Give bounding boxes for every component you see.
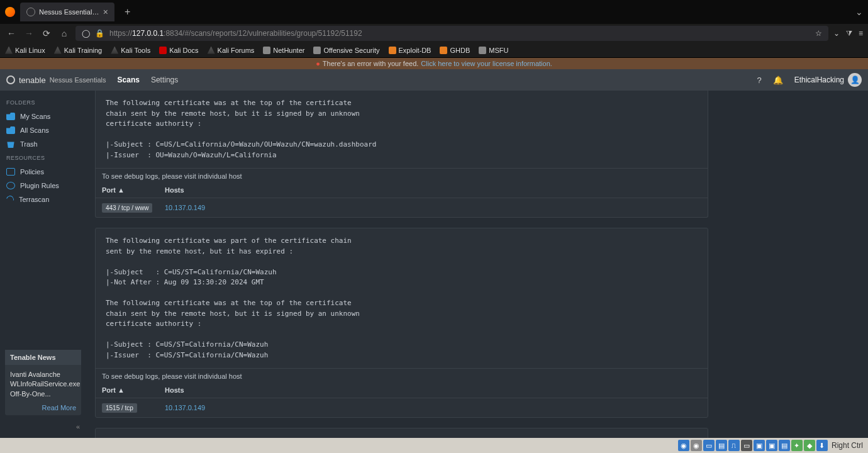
browser-tab[interactable]: Nessus Essentials / Folde × [20, 3, 114, 21]
app-topnav: tenable Nessus Essentials Scans Settings… [0, 69, 868, 91]
nav-scans[interactable]: Scans [118, 76, 140, 84]
vm-clipboard-icon[interactable]: ▤ [779, 440, 790, 451]
sidebar-item-my-scans[interactable]: My Scans [0, 109, 86, 123]
col-port[interactable]: Port ▲ [102, 186, 165, 194]
avatar-icon: 👤 [848, 73, 862, 87]
notifications-icon[interactable]: 🔔 [773, 76, 783, 85]
lock-icon: 🔒 [95, 29, 104, 38]
warning-icon: ● [316, 60, 320, 67]
nav-home-icon[interactable]: ⌂ [58, 28, 70, 38]
docs-icon [159, 47, 167, 54]
vm-down-icon[interactable]: ⬇ [816, 440, 828, 451]
pocket-icon[interactable]: ⌄ [833, 29, 840, 38]
extensions-icon[interactable]: ⧩ [846, 29, 852, 38]
main-content[interactable]: The following certificate was at the top… [86, 91, 868, 438]
url-input[interactable]: ◯ 🔒 https://127.0.0.1:8834/#/scans/repor… [75, 26, 828, 41]
bookmark-kali-tools[interactable]: Kali Tools [111, 47, 150, 54]
user-menu[interactable]: EthicalHacking 👤 [794, 73, 862, 87]
bookmark-star-icon[interactable]: ☆ [815, 29, 822, 38]
window-expand-icon[interactable]: ⌄ [855, 7, 863, 17]
shield-icon: ◯ [82, 29, 90, 38]
news-panel: Tenable News Ivanti Avalanche WLInfoRail… [5, 350, 81, 415]
kali-icon [111, 47, 118, 54]
feed-warning-text: There's an error with your feed. [323, 60, 419, 67]
bookmark-exploit-db[interactable]: Exploit-DB [389, 47, 431, 54]
bookmark-kali-docs[interactable]: Kali Docs [159, 47, 198, 54]
vm-shared-icon[interactable]: ▣ [754, 440, 765, 451]
feed-warning-link[interactable]: Click here to view your license informat… [421, 60, 552, 67]
sidebar-item-policies[interactable]: Policies [0, 165, 86, 179]
tab-title: Nessus Essentials / Folde [39, 8, 99, 16]
debug-note: To see debug logs, please visit individu… [96, 168, 708, 184]
news-heading: Tenable News [5, 350, 81, 365]
sidebar: FOLDERS My Scans All Scans Trash RESOURC… [0, 91, 86, 438]
url-text: https://127.0.0.1:8834/#/scans/reports/1… [109, 29, 362, 38]
col-hosts[interactable]: Hosts [165, 186, 701, 194]
bookmark-kali-linux[interactable]: Kali Linux [5, 47, 45, 54]
table-row: 443 / tcp / www 10.137.0.149 [96, 198, 708, 217]
col-port[interactable]: Port ▲ [102, 386, 165, 394]
vm-disk-icon[interactable]: ◉ [678, 440, 689, 451]
vm-hdd-icon[interactable]: ▭ [703, 440, 715, 451]
trash-icon [6, 140, 15, 148]
plugin-output: The following certificate was at the top… [96, 91, 708, 168]
bookmark-kali-forums[interactable]: Kali Forums [208, 47, 255, 54]
bookmark-msfu[interactable]: MSFU [479, 47, 508, 54]
msfu-icon [479, 47, 486, 54]
bookmarks-toolbar: Kali Linux Kali Training Kali Tools Kali… [0, 43, 868, 58]
sidebar-item-all-scans[interactable]: All Scans [0, 123, 86, 137]
vuln-output-card: The following certificate was at the top… [95, 91, 708, 218]
vm-host-key-indicator: Right Ctrl [829, 441, 865, 450]
nav-back-icon[interactable]: ← [5, 28, 18, 38]
terrascan-icon [5, 194, 15, 204]
sidebar-folders-heading: FOLDERS [0, 96, 86, 109]
table-row: 1515 / tcp 10.137.0.149 [96, 398, 708, 417]
vm-usb-icon[interactable]: ⎍ [728, 440, 740, 451]
vm-network-icon[interactable]: ▤ [716, 440, 727, 451]
hamburger-menu-icon[interactable]: ≡ [859, 29, 863, 38]
sidebar-collapse-icon[interactable]: « [70, 420, 86, 433]
vm-recording-icon[interactable]: ✦ [791, 440, 803, 451]
bookmark-ghdb[interactable]: GHDB [440, 47, 470, 54]
feed-warning-banner: ● There's an error with your feed. Click… [0, 58, 868, 69]
tab-favicon-icon [26, 8, 35, 16]
brand[interactable]: tenable Nessus Essentials [6, 76, 106, 85]
nav-reload-icon[interactable]: ⟳ [40, 28, 53, 38]
col-hosts[interactable]: Hosts [165, 386, 701, 394]
kali-icon [208, 47, 215, 54]
tenable-logo-icon [6, 76, 15, 84]
nav-forward-icon[interactable]: → [23, 28, 35, 38]
kali-icon [5, 47, 13, 54]
news-read-more-link[interactable]: Read More [5, 404, 81, 415]
tab-close-icon[interactable]: × [103, 7, 108, 17]
host-link[interactable]: 10.137.0.149 [165, 404, 205, 411]
sidebar-resources-heading: RESOURCES [0, 151, 86, 165]
vm-display-icon[interactable]: ▣ [766, 440, 777, 451]
table-header: Port ▲ Hosts [96, 184, 708, 198]
kali-icon [54, 47, 62, 54]
exploitdb-icon [389, 47, 396, 54]
port-badge: 443 / tcp / www [102, 203, 152, 213]
host-link[interactable]: 10.137.0.149 [165, 204, 205, 211]
vm-recording2-icon[interactable]: ◆ [804, 440, 815, 451]
nethunter-icon [263, 47, 270, 54]
new-tab-button[interactable]: + [120, 6, 135, 18]
sidebar-item-terrascan[interactable]: Terrascan [0, 193, 86, 206]
browser-titlebar: Nessus Essentials / Folde × + ⌄ [0, 0, 868, 24]
vm-audio-icon[interactable]: ▭ [741, 440, 752, 451]
offsec-icon [313, 47, 321, 54]
folder-icon [6, 126, 15, 134]
bookmark-kali-training[interactable]: Kali Training [54, 47, 103, 54]
bookmark-nethunter[interactable]: NetHunter [263, 47, 304, 54]
table-header: Port ▲ Hosts [96, 384, 708, 398]
vm-optical-icon[interactable]: ◉ [691, 440, 702, 451]
sidebar-item-trash[interactable]: Trash [0, 137, 86, 151]
sidebar-item-plugin-rules[interactable]: Plugin Rules [0, 179, 86, 193]
folder-icon [6, 113, 15, 120]
nav-settings[interactable]: Settings [151, 76, 178, 84]
help-icon[interactable]: ? [757, 76, 761, 85]
policy-icon [6, 168, 15, 176]
vm-host-taskbar: ◉ ◉ ▭ ▤ ⎍ ▭ ▣ ▣ ▤ ✦ ◆ ⬇ Right Ctrl [0, 438, 868, 453]
debug-note: To see debug logs, please visit individu… [96, 368, 708, 384]
bookmark-offensive-security[interactable]: Offensive Security [313, 47, 379, 54]
